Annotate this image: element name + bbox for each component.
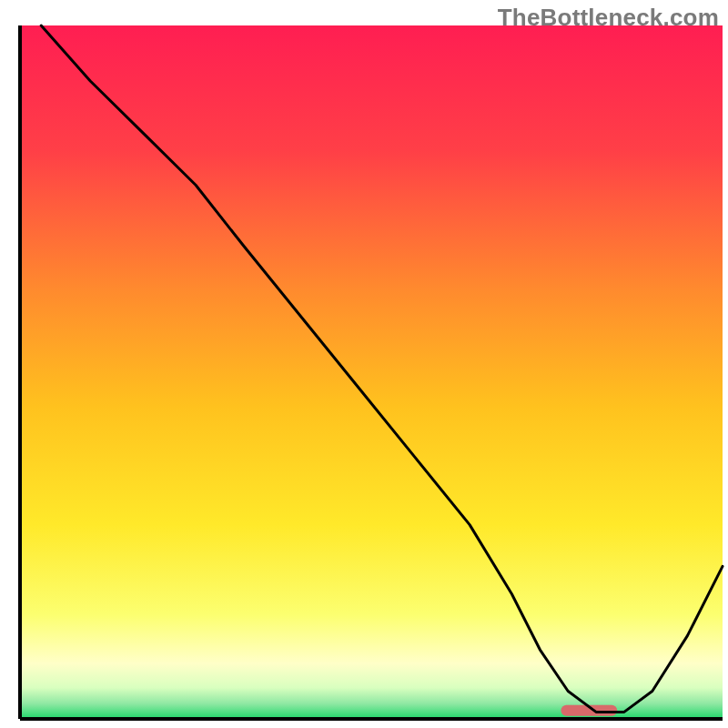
plot-background: [20, 25, 723, 719]
bottleneck-chart: [0, 0, 728, 728]
chart-container: TheBottleneck.com: [0, 0, 728, 728]
